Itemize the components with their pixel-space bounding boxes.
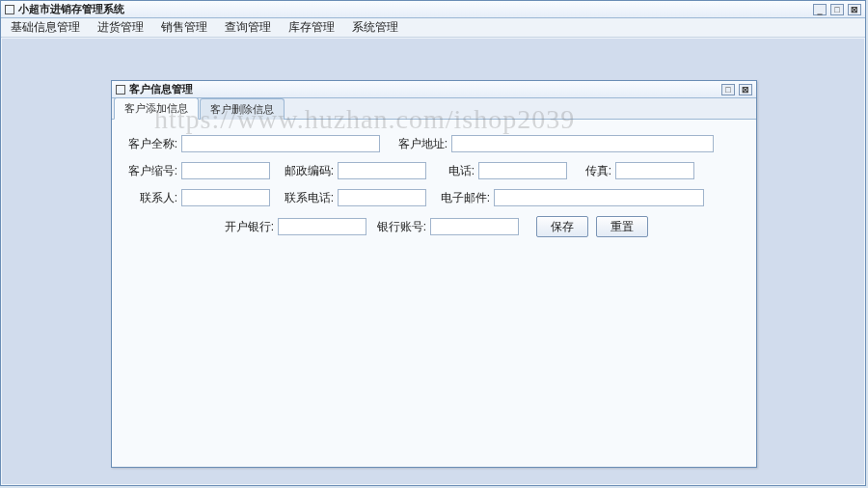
contact-input[interactable] xyxy=(181,189,270,206)
main-window: 小超市进销存管理系统 ‗ □ ⊠ 基础信息管理 进货管理 销售管理 查询管理 库… xyxy=(0,0,866,486)
menu-basic[interactable]: 基础信息管理 xyxy=(7,17,84,38)
dialog-title: 客户信息管理 xyxy=(129,82,193,96)
email-label: 电子邮件: xyxy=(434,190,494,206)
zip-input[interactable] xyxy=(338,162,426,179)
menu-stock[interactable]: 库存管理 xyxy=(285,17,339,38)
dialog-close-icon[interactable]: ⊠ xyxy=(739,84,752,95)
app-title: 小超市进销存管理系统 xyxy=(18,2,124,16)
phone-label: 电话: xyxy=(434,163,478,179)
fax-input[interactable] xyxy=(615,162,694,179)
bank-label: 开户银行: xyxy=(220,219,278,235)
maximize-icon[interactable]: □ xyxy=(830,4,844,15)
form-area: 客户全称: 客户地址: 客户缩号: 邮政编码: 电话: 传真: 联系人: xyxy=(112,120,756,262)
dialog-maximize-icon[interactable]: □ xyxy=(721,84,735,95)
close-icon[interactable]: ⊠ xyxy=(848,4,861,15)
address-input[interactable] xyxy=(451,135,714,152)
main-titlebar: 小超市进销存管理系统 ‗ □ ⊠ xyxy=(1,1,865,18)
contact-phone-label: 联系电话: xyxy=(278,190,338,206)
zip-label: 邮政编码: xyxy=(278,163,338,179)
menu-purchase[interactable]: 进货管理 xyxy=(94,17,148,38)
account-input[interactable] xyxy=(430,218,519,235)
address-label: 客户地址: xyxy=(390,136,451,152)
menu-sales[interactable]: 销售管理 xyxy=(157,17,211,38)
phone-input[interactable] xyxy=(478,162,567,179)
save-button[interactable]: 保存 xyxy=(536,216,588,237)
fax-label: 传真: xyxy=(575,163,615,179)
dialog-icon xyxy=(116,85,125,95)
dialog-titlebar: 客户信息管理 □ ⊠ xyxy=(112,81,756,98)
full-name-input[interactable] xyxy=(181,135,380,152)
short-name-input[interactable] xyxy=(181,162,270,179)
bank-input[interactable] xyxy=(278,218,366,235)
minimize-icon[interactable]: ‗ xyxy=(813,4,827,15)
full-name-label: 客户全称: xyxy=(122,136,181,152)
contact-phone-input[interactable] xyxy=(338,189,426,206)
menu-query[interactable]: 查询管理 xyxy=(221,17,275,38)
contact-label: 联系人: xyxy=(122,190,181,206)
menubar: 基础信息管理 进货管理 销售管理 查询管理 库存管理 系统管理 xyxy=(1,18,865,38)
short-name-label: 客户缩号: xyxy=(122,163,181,179)
email-input[interactable] xyxy=(494,189,704,206)
menu-system[interactable]: 系统管理 xyxy=(348,17,402,38)
app-icon xyxy=(5,5,14,14)
tab-delete-customer[interactable]: 客户删除信息 xyxy=(200,98,285,120)
reset-button[interactable]: 重置 xyxy=(596,216,648,237)
customer-dialog: 客户信息管理 □ ⊠ 客户添加信息 客户删除信息 客户全称: 客户地址: xyxy=(111,80,757,468)
tab-add-customer[interactable]: 客户添加信息 xyxy=(114,97,199,120)
account-label: 银行账号: xyxy=(372,219,430,235)
tabbar: 客户添加信息 客户删除信息 xyxy=(112,98,756,120)
mdi-area: 客户信息管理 □ ⊠ 客户添加信息 客户删除信息 客户全称: 客户地址: xyxy=(2,39,864,484)
